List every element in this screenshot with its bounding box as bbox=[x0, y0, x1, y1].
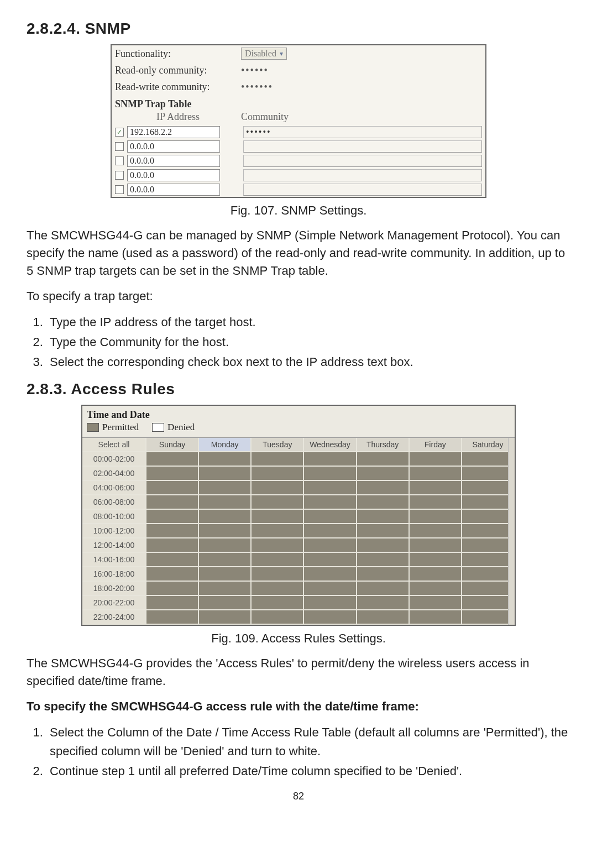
schedule-cell[interactable] bbox=[304, 452, 357, 467]
schedule-cell[interactable] bbox=[199, 495, 252, 510]
schedule-cell[interactable] bbox=[304, 567, 357, 582]
schedule-cell[interactable] bbox=[410, 553, 462, 567]
schedule-cell[interactable] bbox=[462, 538, 515, 553]
schedule-cell[interactable] bbox=[304, 538, 357, 553]
schedule-cell[interactable] bbox=[252, 610, 304, 625]
schedule-cell[interactable] bbox=[252, 452, 304, 467]
schedule-cell[interactable] bbox=[357, 567, 410, 582]
schedule-cell[interactable] bbox=[252, 510, 304, 524]
schedule-cell[interactable] bbox=[304, 610, 357, 625]
schedule-cell[interactable] bbox=[304, 596, 357, 610]
schedule-cell[interactable] bbox=[146, 452, 199, 467]
schedule-cell[interactable] bbox=[252, 481, 304, 495]
schedule-cell[interactable] bbox=[146, 596, 199, 610]
schedule-cell[interactable] bbox=[199, 510, 252, 524]
trap-community-input[interactable] bbox=[243, 169, 482, 181]
schedule-cell[interactable] bbox=[462, 495, 515, 510]
schedule-cell[interactable] bbox=[199, 610, 252, 625]
schedule-cell[interactable] bbox=[357, 510, 410, 524]
schedule-cell[interactable] bbox=[462, 481, 515, 495]
schedule-cell[interactable] bbox=[462, 524, 515, 538]
schedule-cell[interactable] bbox=[462, 510, 515, 524]
schedule-cell[interactable] bbox=[252, 582, 304, 596]
trap-checkbox[interactable] bbox=[115, 142, 124, 151]
schedule-cell[interactable] bbox=[462, 610, 515, 625]
trap-community-input[interactable]: •••••• bbox=[243, 126, 482, 138]
schedule-cell[interactable] bbox=[357, 596, 410, 610]
schedule-cell[interactable] bbox=[252, 596, 304, 610]
schedule-cell[interactable] bbox=[252, 467, 304, 481]
schedule-cell[interactable] bbox=[146, 610, 199, 625]
schedule-cell[interactable] bbox=[410, 538, 462, 553]
schedule-cell[interactable] bbox=[410, 524, 462, 538]
schedule-cell[interactable] bbox=[304, 510, 357, 524]
schedule-cell[interactable] bbox=[357, 538, 410, 553]
day-header[interactable]: Firday bbox=[410, 438, 462, 452]
schedule-cell[interactable] bbox=[304, 553, 357, 567]
schedule-cell[interactable] bbox=[304, 481, 357, 495]
day-header[interactable]: Wednesday bbox=[304, 438, 357, 452]
schedule-cell[interactable] bbox=[410, 467, 462, 481]
schedule-cell[interactable] bbox=[410, 596, 462, 610]
schedule-cell[interactable] bbox=[357, 481, 410, 495]
schedule-cell[interactable] bbox=[304, 524, 357, 538]
schedule-cell[interactable] bbox=[410, 582, 462, 596]
trap-ip-input[interactable]: 0.0.0.0 bbox=[127, 155, 220, 167]
trap-ip-input[interactable]: 0.0.0.0 bbox=[127, 184, 220, 196]
schedule-cell[interactable] bbox=[199, 452, 252, 467]
trap-community-input[interactable] bbox=[243, 184, 482, 196]
select-all-button[interactable]: Select all bbox=[82, 438, 146, 452]
trap-checkbox[interactable] bbox=[115, 185, 124, 194]
schedule-cell[interactable] bbox=[252, 524, 304, 538]
day-header[interactable]: Tuesday bbox=[252, 438, 304, 452]
trap-ip-input[interactable]: 0.0.0.0 bbox=[127, 169, 220, 181]
trap-ip-input[interactable]: 0.0.0.0 bbox=[127, 140, 220, 153]
schedule-cell[interactable] bbox=[146, 524, 199, 538]
trap-community-input[interactable] bbox=[243, 140, 482, 153]
schedule-cell[interactable] bbox=[146, 495, 199, 510]
schedule-cell[interactable] bbox=[462, 567, 515, 582]
day-header[interactable]: Thursday bbox=[357, 438, 410, 452]
trap-community-input[interactable] bbox=[243, 155, 482, 167]
schedule-cell[interactable] bbox=[357, 524, 410, 538]
schedule-cell[interactable] bbox=[146, 567, 199, 582]
schedule-cell[interactable] bbox=[410, 452, 462, 467]
schedule-cell[interactable] bbox=[146, 467, 199, 481]
day-header[interactable]: Monday bbox=[199, 438, 252, 452]
schedule-cell[interactable] bbox=[146, 553, 199, 567]
schedule-cell[interactable] bbox=[410, 610, 462, 625]
schedule-cell[interactable] bbox=[357, 582, 410, 596]
schedule-cell[interactable] bbox=[304, 467, 357, 481]
schedule-cell[interactable] bbox=[146, 510, 199, 524]
schedule-cell[interactable] bbox=[462, 452, 515, 467]
schedule-cell[interactable] bbox=[304, 582, 357, 596]
schedule-cell[interactable] bbox=[199, 553, 252, 567]
schedule-cell[interactable] bbox=[252, 553, 304, 567]
schedule-cell[interactable] bbox=[410, 510, 462, 524]
trap-checkbox[interactable] bbox=[115, 156, 124, 165]
schedule-cell[interactable] bbox=[146, 582, 199, 596]
schedule-cell[interactable] bbox=[357, 467, 410, 481]
schedule-cell[interactable] bbox=[410, 567, 462, 582]
schedule-cell[interactable] bbox=[146, 538, 199, 553]
schedule-cell[interactable] bbox=[199, 524, 252, 538]
schedule-cell[interactable] bbox=[252, 538, 304, 553]
schedule-cell[interactable] bbox=[252, 567, 304, 582]
trap-checkbox[interactable] bbox=[115, 171, 124, 180]
schedule-cell[interactable] bbox=[199, 467, 252, 481]
trap-checkbox[interactable]: ✓ bbox=[115, 128, 124, 137]
schedule-cell[interactable] bbox=[462, 553, 515, 567]
schedule-cell[interactable] bbox=[199, 538, 252, 553]
schedule-cell[interactable] bbox=[462, 596, 515, 610]
schedule-cell[interactable] bbox=[199, 582, 252, 596]
schedule-cell[interactable] bbox=[199, 567, 252, 582]
schedule-cell[interactable] bbox=[410, 481, 462, 495]
schedule-cell[interactable] bbox=[462, 582, 515, 596]
day-header[interactable]: Sunday bbox=[146, 438, 199, 452]
schedule-cell[interactable] bbox=[357, 610, 410, 625]
schedule-cell[interactable] bbox=[199, 596, 252, 610]
schedule-cell[interactable] bbox=[410, 495, 462, 510]
schedule-cell[interactable] bbox=[252, 495, 304, 510]
scrollbar[interactable] bbox=[508, 438, 515, 625]
trap-ip-input[interactable]: 192.168.2.2 bbox=[127, 126, 220, 138]
